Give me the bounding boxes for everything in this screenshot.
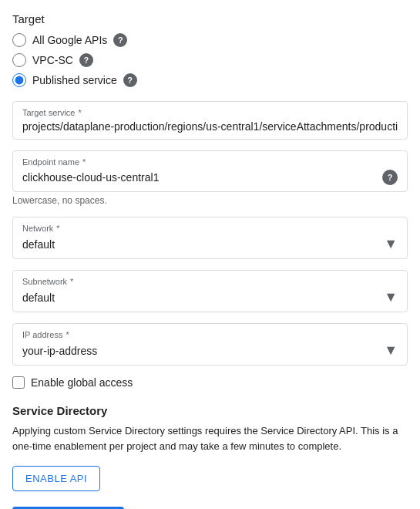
enable-global-access-label: Enable global access bbox=[31, 376, 133, 389]
help-icon-published-service[interactable]: ? bbox=[123, 73, 137, 87]
radio-input-all-google-apis[interactable] bbox=[12, 33, 26, 47]
endpoint-name-help-icon[interactable]: ? bbox=[382, 170, 398, 185]
endpoint-name-label: Endpoint name * bbox=[22, 157, 398, 167]
enable-global-access-checkbox[interactable] bbox=[12, 376, 25, 389]
network-value: default bbox=[22, 238, 55, 251]
enable-global-access-row[interactable]: Enable global access bbox=[12, 376, 408, 389]
radio-input-published-service[interactable] bbox=[12, 73, 26, 87]
subnetwork-dropdown-icon[interactable]: ▼ bbox=[384, 289, 398, 305]
endpoint-name-row: ? bbox=[22, 170, 398, 185]
enable-api-button[interactable]: ENABLE API bbox=[12, 466, 100, 491]
radio-input-vpc-sc[interactable] bbox=[12, 53, 26, 67]
subnetwork-field[interactable]: Subnetwork * default ▼ bbox=[12, 270, 408, 312]
target-section: Target All Google APIs ? VPC-SC ? Publis… bbox=[12, 12, 408, 509]
ip-address-dropdown-icon[interactable]: ▼ bbox=[384, 342, 398, 359]
radio-label-published-service: Published service bbox=[32, 74, 117, 86]
endpoint-name-hint: Lowercase, no spaces. bbox=[12, 195, 408, 206]
radio-all-google-apis[interactable]: All Google APIs ? bbox=[12, 33, 408, 47]
radio-vpc-sc[interactable]: VPC-SC ? bbox=[12, 53, 408, 67]
network-label: Network * bbox=[22, 224, 398, 233]
target-service-input[interactable] bbox=[22, 120, 398, 133]
section-title: Target bbox=[12, 12, 408, 25]
subnetwork-value: default bbox=[22, 292, 55, 304]
ip-address-label: IP address * bbox=[22, 330, 398, 339]
network-dropdown-icon[interactable]: ▼ bbox=[384, 236, 398, 252]
endpoint-name-input[interactable] bbox=[22, 171, 382, 184]
service-directory-section: Service Directory Applying custom Servic… bbox=[12, 404, 408, 507]
target-service-field: Target service * bbox=[12, 101, 408, 140]
radio-label-vpc-sc: VPC-SC bbox=[32, 54, 73, 66]
network-field[interactable]: Network * default ▼ bbox=[12, 217, 408, 259]
ip-address-value: your-ip-address bbox=[22, 345, 97, 357]
help-icon-vpc-sc[interactable]: ? bbox=[79, 53, 93, 67]
endpoint-name-field: Endpoint name * ? bbox=[12, 150, 408, 192]
radio-published-service[interactable]: Published service ? bbox=[12, 73, 408, 87]
service-directory-description: Applying custom Service Directory settin… bbox=[12, 423, 408, 453]
subnetwork-select-row[interactable]: default ▼ bbox=[22, 289, 398, 305]
ip-address-select-row[interactable]: your-ip-address ▼ bbox=[22, 342, 398, 359]
network-select-row[interactable]: default ▼ bbox=[22, 236, 398, 252]
ip-address-field[interactable]: IP address * your-ip-address ▼ bbox=[12, 323, 408, 366]
target-radio-group: All Google APIs ? VPC-SC ? Published ser… bbox=[12, 33, 408, 87]
help-icon-all-google-apis[interactable]: ? bbox=[113, 33, 127, 47]
radio-label-all-google-apis: All Google APIs bbox=[32, 34, 107, 46]
target-service-label: Target service * bbox=[22, 108, 398, 117]
service-directory-title: Service Directory bbox=[12, 404, 408, 417]
subnetwork-label: Subnetwork * bbox=[22, 277, 398, 286]
